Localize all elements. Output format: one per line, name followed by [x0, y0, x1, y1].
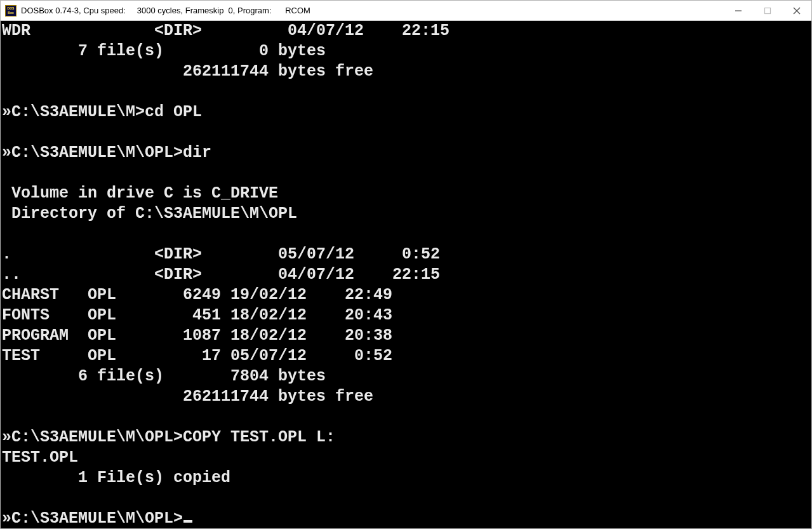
- titlebar[interactable]: DOS Box DOSBox 0.74-3, Cpu speed: 3000 c…: [1, 1, 811, 21]
- svg-text:DOS: DOS: [8, 6, 15, 10]
- terminal-line: [2, 123, 810, 143]
- terminal-line: 7 file(s) 0 bytes: [2, 41, 810, 62]
- terminal-line: WDR <DIR> 04/07/12 22:15: [2, 21, 810, 41]
- terminal-line: CHARST OPL 6249 19/02/12 22:49: [2, 285, 810, 305]
- terminal-line: »C:\S3AEMULE\M>cd OPL: [2, 102, 810, 123]
- minimize-button[interactable]: [724, 1, 753, 21]
- terminal-line: TEST.OPL: [2, 448, 810, 468]
- terminal-line: 6 file(s) 7804 bytes: [2, 366, 810, 387]
- terminal-line: »C:\S3AEMULE\M\OPL>COPY TEST.OPL L:: [2, 427, 810, 448]
- terminal-line: . <DIR> 05/07/12 0:52: [2, 244, 810, 265]
- terminal-line: »C:\S3AEMULE\M\OPL>dir: [2, 143, 810, 163]
- terminal-line: [2, 163, 810, 184]
- terminal-viewport[interactable]: WDR <DIR> 04/07/12 22:15 7 file(s) 0 byt…: [1, 21, 811, 528]
- terminal-line: 262111744 bytes free: [2, 62, 810, 82]
- window-title: DOSBox 0.74-3, Cpu speed: 3000 cycles, F…: [21, 6, 724, 15]
- terminal-line: [2, 224, 810, 244]
- terminal-line: Volume in drive C is C_DRIVE: [2, 184, 810, 204]
- terminal-line: »C:\S3AEMULE\M\OPL>: [2, 509, 810, 528]
- terminal-line: [2, 407, 810, 427]
- terminal-line: PROGRAM OPL 1087 18/02/12 20:38: [2, 326, 810, 346]
- terminal-line: 1 File(s) copied: [2, 468, 810, 488]
- cursor: [183, 520, 192, 523]
- terminal-line: Directory of C:\S3AEMULE\M\OPL: [2, 204, 810, 224]
- app-icon: DOS Box: [1, 1, 21, 21]
- terminal-line: FONTS OPL 451 18/02/12 20:43: [2, 305, 810, 326]
- close-button[interactable]: [782, 1, 811, 21]
- terminal-line: [2, 488, 810, 509]
- terminal-line: [2, 82, 810, 102]
- window-controls: [724, 1, 811, 20]
- terminal-line: TEST OPL 17 05/07/12 0:52: [2, 346, 810, 366]
- svg-rect-5: [765, 8, 771, 14]
- terminal-line: 262111744 bytes free: [2, 387, 810, 407]
- svg-text:Box: Box: [8, 11, 14, 15]
- maximize-button[interactable]: [753, 1, 782, 21]
- app-window: DOS Box DOSBox 0.74-3, Cpu speed: 3000 c…: [0, 0, 812, 529]
- terminal-line: .. <DIR> 04/07/12 22:15: [2, 265, 810, 285]
